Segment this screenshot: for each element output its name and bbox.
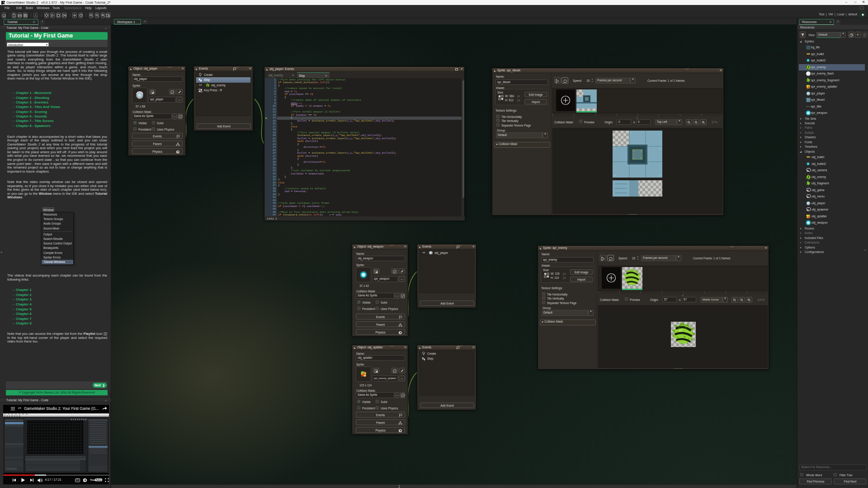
svg-text:?: ? (80, 14, 81, 17)
